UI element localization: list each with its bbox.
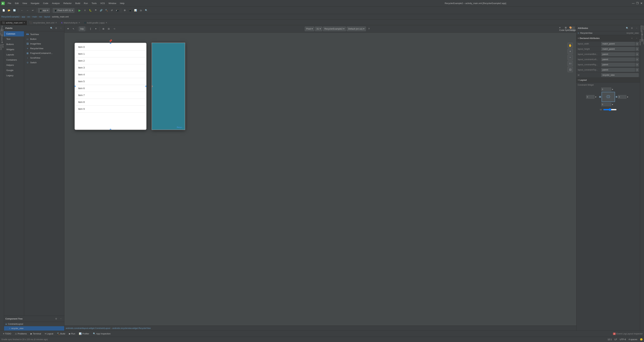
problems-button[interactable]: ⚠ Problems [13,332,28,335]
horizontal-bias-slider[interactable] [603,108,617,111]
palette-cat-text[interactable]: Text [4,37,24,42]
canvas-breadcrumb-constraint[interactable]: androidx.constraintlayout.widget.Constra… [66,327,110,329]
breadcrumb-project[interactable]: RecyclerExample2 [1,16,20,18]
margin-bottom-input[interactable] [601,103,611,106]
attr-dropdown-constraint-bottom[interactable]: ▾ [636,52,639,56]
menu-analyze[interactable]: Analyze [50,2,62,5]
declared-attributes-header[interactable]: ▾ Declared Attributes + − [576,35,640,41]
dropdown-left[interactable]: ▾ [595,96,598,98]
attributes-search-button[interactable]: 🔍 [625,26,629,30]
attr-input-constraint-top[interactable] [601,68,635,72]
breadcrumb-app[interactable]: app [22,16,25,18]
attr-input-constraint-left[interactable] [601,58,635,61]
recent-button[interactable]: ↩ [30,8,35,13]
hand-tool-button[interactable]: ✋ [568,43,573,48]
breadcrumb-file[interactable]: activity_main.xml [52,16,68,18]
sdk-manager-button[interactable]: ⚙ [122,8,127,13]
palette-search-button[interactable]: 🔍 [50,26,54,30]
palette-cat-common[interactable]: Common [4,31,24,37]
todo-button[interactable]: ≡ TODO [1,332,13,335]
breadcrumb-layout[interactable]: layout [44,16,50,18]
build-variants-icon[interactable]: Build Variants [0,45,4,49]
connect-constraints-button[interactable]: ⟦ [88,27,93,31]
margins-button[interactable]: ⊣ [112,27,116,31]
design-help-button[interactable]: ? [366,27,371,31]
structure-icon[interactable]: Structure [0,36,4,39]
run-bottom-button[interactable]: ▶ Run [67,332,77,335]
sync-button[interactable]: 🔄 [12,8,17,13]
breadcrumb-res[interactable]: res [39,16,42,18]
api-dropdown[interactable]: 31 ▾ [315,27,322,31]
menu-refactor[interactable]: Refactor [62,2,73,5]
palette-item-textview[interactable]: Ab TextView [24,32,64,37]
attributes-minimize-button[interactable]: − [634,26,639,30]
attr-input-layout-height[interactable] [601,47,635,51]
locale-dropdown[interactable]: Default (en-us) ▾ [347,27,366,31]
menu-vcs[interactable]: VCS [98,2,106,5]
guidelines-button[interactable]: ⊟ [106,27,111,31]
infer-constraints-button[interactable]: ✦ [94,27,98,31]
palette-cat-containers[interactable]: Containers [4,57,24,62]
menu-help[interactable]: Help [118,2,126,5]
palette-cat-widgets[interactable]: Widgets [4,47,24,52]
design-view-button[interactable]: 👁 [66,27,70,31]
dropdown-right[interactable]: ▾ [627,96,630,98]
zoom-out-button[interactable]: − [568,55,573,60]
status-encoding[interactable]: UTF-8 [620,338,626,341]
attr-dropdown-layout-width[interactable]: ▾ [636,42,639,46]
zoom-in-button[interactable]: + [568,49,573,54]
device-manager-button[interactable]: 📲 [115,8,120,13]
attr-dropdown-constraint-top[interactable]: ▾ [636,68,639,72]
tree-item-recycler-view[interactable]: ≡ recycler_view [4,326,64,330]
logcat-button[interactable]: ≡ Logcat [43,332,55,335]
terminal-button[interactable]: ▶ Terminal [29,332,43,335]
event-log-badge[interactable]: 2 Event Log [613,332,626,335]
tab-activity-main[interactable]: ⬛ activity_main.xml ✕ [0,20,27,25]
palette-cat-helpers[interactable]: Helpers [4,62,24,68]
menu-run[interactable]: Run [82,2,90,5]
emulator-icon[interactable]: Emulator [640,36,644,39]
menu-window[interactable]: Window [107,2,118,5]
status-line-ending[interactable]: LF [614,338,617,341]
attr-input-layout-width[interactable] [601,42,635,46]
search-everywhere-button[interactable]: 🔍 [144,8,148,13]
tab-recyclerview-item[interactable]: ⬛ recyclerview_item.xml ✕ [27,20,59,25]
palette-item-switch[interactable]: ⊙ Switch [24,60,64,65]
attr-dropdown-layout-height[interactable]: ▾ [636,47,639,51]
debug-button[interactable]: 🐛 [88,8,93,13]
margin-right-input[interactable] [618,95,626,99]
menu-view[interactable]: View [21,2,29,5]
breadcrumb-src[interactable]: src [27,16,30,18]
layout-inspector-badge[interactable]: Layout Inspector [626,332,643,335]
back-button[interactable]: ← [20,8,24,13]
pixel-dropdown[interactable]: Pixel ▾ [305,27,314,31]
tab-close-2[interactable]: ✕ [55,22,57,24]
attr-input-constraint-bottom[interactable] [601,52,635,56]
margin-top-input[interactable] [601,87,611,91]
device-explorer-button[interactable]: 🗂 [138,8,143,13]
zoom-fit-button[interactable]: 1:1 [568,61,573,66]
design-select-button[interactable]: ↖ [71,27,76,31]
minimize-button[interactable]: — [632,2,634,5]
menu-navigate[interactable]: Navigate [29,2,41,5]
new-file-button[interactable]: 📄 [1,8,6,13]
palette-item-button[interactable]: ▭ Button [24,37,64,41]
stop-button[interactable]: ⏸ [83,8,88,13]
tab-close-4[interactable]: ✕ [106,22,107,24]
add-attribute-button[interactable]: + [630,36,634,40]
palette-cat-google[interactable]: Google [4,68,24,73]
offset-input[interactable]: 0dp [79,27,85,31]
palette-item-imageview[interactable]: 🖼 ImageView [24,41,64,46]
margin-left-input[interactable] [586,95,594,99]
remove-attribute-button[interactable]: − [634,36,639,40]
code-view-button[interactable]: ≡ Code [560,27,564,31]
tab-build-gradle[interactable]: G build.gradle (:app) ✕ [82,20,109,25]
run-button[interactable]: ▶ [77,8,82,13]
palette-item-recyclerview[interactable]: ≡ RecyclerView [24,46,64,51]
component-tree-settings-button[interactable]: ⚙ [54,317,58,321]
avd-manager-button[interactable]: 📱 [128,8,132,13]
profiler-button-bottom[interactable]: 📊 Profiler [77,332,91,335]
layout-section-header[interactable]: ▾ Layout [576,78,640,82]
attr-input-id[interactable] [601,73,639,77]
tab-close-1[interactable]: ✕ [24,22,25,24]
